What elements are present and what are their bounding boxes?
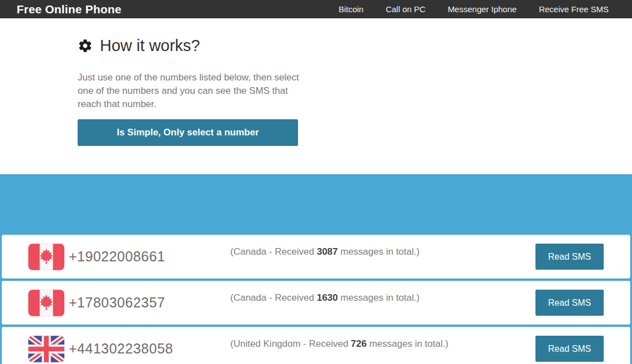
read-sms-button[interactable]: Read SMS bbox=[535, 336, 604, 362]
nav-item-messenger-iphone[interactable]: Messenger Iphone bbox=[448, 4, 517, 14]
select-number-button[interactable]: Is Simple, Only select a number bbox=[78, 119, 298, 146]
number-description: (United Kingdom - Received 726 messages … bbox=[230, 338, 448, 350]
number-row: +17803062357 (Canada - Received 1630 mes… bbox=[2, 281, 630, 325]
number-row: +441302238058 (United Kingdom - Received… bbox=[2, 327, 630, 364]
site-title[interactable]: Free Online Phone bbox=[17, 3, 122, 16]
gear-icon bbox=[78, 38, 93, 53]
number-cell: +17803062357 bbox=[28, 290, 230, 316]
message-count: 726 bbox=[351, 338, 366, 349]
how-it-works-section: How it works? Just use one of the number… bbox=[0, 18, 632, 146]
canada-flag-icon bbox=[28, 290, 64, 316]
phone-number: +441302238058 bbox=[69, 341, 173, 357]
uk-flag-icon bbox=[28, 336, 64, 362]
description-prefix: (Canada - Received bbox=[230, 246, 317, 257]
section-description: Just use one of the numbers listed below… bbox=[78, 71, 304, 111]
message-count: 3087 bbox=[317, 246, 338, 257]
nav-item-call-on-pc[interactable]: Call on PC bbox=[386, 4, 426, 14]
description-prefix: (Canada - Received bbox=[230, 292, 317, 303]
canada-flag-icon bbox=[28, 244, 64, 270]
header: Free Online Phone Bitcoin Call on PC Mes… bbox=[0, 0, 632, 18]
description-prefix: (United Kingdom - Received bbox=[230, 338, 351, 349]
number-row: +19022008661 (Canada - Received 3087 mes… bbox=[2, 235, 630, 279]
number-description: (Canada - Received 3087 messages in tota… bbox=[230, 246, 419, 257]
description-suffix: messages in total.) bbox=[338, 246, 419, 257]
read-sms-button[interactable]: Read SMS bbox=[535, 244, 604, 270]
section-title: How it works? bbox=[100, 37, 200, 55]
main-nav: Bitcoin Call on PC Messenger Iphone Rece… bbox=[316, 4, 609, 14]
nav-item-receive-free-sms[interactable]: Receive Free SMS bbox=[539, 4, 609, 14]
number-cell: +441302238058 bbox=[28, 336, 230, 362]
phone-number: +19022008661 bbox=[69, 249, 165, 265]
description-suffix: messages in total.) bbox=[338, 292, 419, 303]
number-description: (Canada - Received 1630 messages in tota… bbox=[230, 292, 419, 304]
phone-number: +17803062357 bbox=[69, 295, 165, 311]
description-suffix: messages in total.) bbox=[367, 338, 448, 349]
read-sms-button[interactable]: Read SMS bbox=[535, 290, 604, 316]
number-list-section: +19022008661 (Canada - Received 3087 mes… bbox=[0, 174, 632, 364]
message-count: 1630 bbox=[317, 292, 338, 303]
nav-item-bitcoin[interactable]: Bitcoin bbox=[338, 4, 363, 14]
number-cell: +19022008661 bbox=[28, 244, 230, 270]
how-it-works-heading: How it works? bbox=[78, 37, 632, 55]
